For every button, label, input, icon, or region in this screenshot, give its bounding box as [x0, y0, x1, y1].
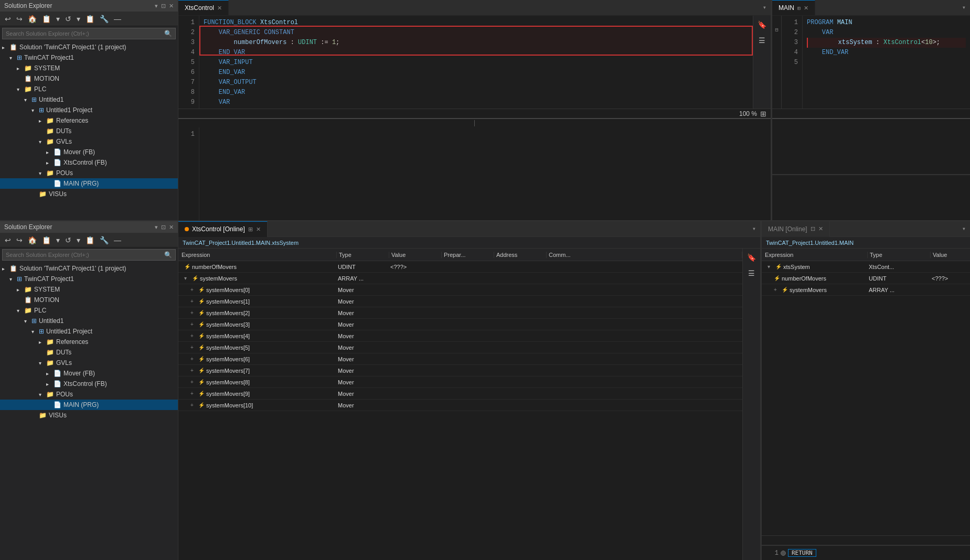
bottom-se-dock-btn[interactable]: ⊡ — [161, 224, 166, 231]
main-online-overflow[interactable]: ▾ — [958, 225, 970, 233]
dropdown-btn2[interactable]: ▾ — [75, 14, 82, 24]
bottom-tree-item-10[interactable]: ▸📄Mover (FB) — [0, 368, 178, 379]
top-se-pin-btn[interactable]: ▾ — [155, 3, 158, 9]
expand-btn[interactable]: + — [190, 379, 197, 385]
bottom-tree-item-5[interactable]: ▾⊞Untitled1 — [0, 316, 178, 326]
bottom-tree-item-6[interactable]: ▾⊞Untitled1 Project — [0, 326, 178, 337]
xts-watch-row-0[interactable]: ⚡ numberOfMoversUDINT<???> — [178, 261, 742, 273]
top-tree-item-9[interactable]: ▾📁GVLs — [0, 136, 178, 147]
xts-online-overflow[interactable]: ▾ — [748, 225, 760, 233]
xts-code-body[interactable]: FUNCTION_BLOCK XtsControl VAR_GENERIC CO… — [199, 16, 753, 109]
xts-watch-row-7[interactable]: +⚡ systemMovers[5]Mover — [178, 342, 742, 353]
expand-btn[interactable]: + — [190, 287, 197, 293]
main-online-pin[interactable]: ⊡ — [811, 225, 815, 232]
copy-btn[interactable]: 📋 — [40, 14, 52, 24]
top-tree-item-8[interactable]: 📁DUTs — [0, 126, 178, 136]
bottom-tree-item-14[interactable]: 📁VISUs — [0, 410, 178, 421]
bottom-tree-item-2[interactable]: ▸📁SYSTEM — [0, 284, 178, 295]
xts-watch-row-3[interactable]: +⚡ systemMovers[1]Mover — [178, 296, 742, 307]
b-copy-btn[interactable]: 📋 — [40, 235, 52, 245]
bottom-tree-item-8[interactable]: 📁DUTs — [0, 347, 178, 358]
xts-online-close[interactable]: ✕ — [256, 226, 261, 233]
main-online-close[interactable]: ✕ — [818, 225, 823, 232]
xts-watch-row-4[interactable]: +⚡ systemMovers[2]Mover — [178, 307, 742, 319]
expand-btn[interactable]: + — [190, 356, 197, 362]
top-tree-item-11[interactable]: ▸📄XtsControl (FB) — [0, 157, 178, 168]
main-code-editor[interactable]: ⊟ 12345 PROGRAM MAIN VAR xtsSystem : Xts… — [772, 16, 970, 109]
top-tree-item-4[interactable]: ▾📁PLC — [0, 84, 178, 94]
bottom-tree-item-11[interactable]: ▸📄XtsControl (FB) — [0, 379, 178, 389]
main-lower-editor[interactable] — [772, 127, 970, 220]
b-forward-btn[interactable]: ↪ — [15, 235, 24, 245]
zoom-fit-btn[interactable]: ⊞ — [760, 110, 766, 118]
settings-btn[interactable]: 🔧 — [98, 14, 110, 24]
xts-watch-row-11[interactable]: +⚡ systemMovers[9]Mover — [178, 388, 742, 400]
main-online-tab-inactive[interactable]: MAIN [Online] ⊡ ✕ — [762, 221, 830, 237]
refresh-btn[interactable]: ↺ — [63, 14, 73, 24]
bottom-tree-item-13[interactable]: 📄MAIN (PRG) — [0, 400, 178, 410]
expand-btn[interactable]: ▾ — [184, 275, 190, 281]
top-tree-item-14[interactable]: 📁VISUs — [0, 189, 178, 199]
b-copy2-btn[interactable]: 📋 — [84, 235, 96, 245]
xts-lower-body[interactable] — [199, 127, 771, 220]
top-se-search-bar[interactable]: 🔍 — [2, 28, 176, 39]
main-tab-close[interactable]: ✕ — [804, 5, 808, 12]
top-tree-item-10[interactable]: ▸📄Mover (FB) — [0, 147, 178, 157]
b-dropdown-btn1[interactable]: ▾ — [55, 235, 61, 245]
xts-watch-row-1[interactable]: ▾⚡ systemMoversARRAY ... — [178, 273, 742, 284]
bottom-tree-item-1[interactable]: ▾⊞TwinCAT Project1 — [0, 274, 178, 284]
expand-btn[interactable]: + — [190, 333, 197, 339]
main-code-body[interactable]: PROGRAM MAIN VAR xtsSystem : XtsControl<… — [803, 16, 970, 109]
xts-online-pin[interactable]: ⊞ — [248, 226, 253, 233]
top-se-dock-btn[interactable]: ⊡ — [161, 3, 166, 9]
xts-watch-row-2[interactable]: +⚡ systemMovers[0]Mover — [178, 284, 742, 296]
bottom-se-search-input[interactable] — [6, 252, 164, 258]
xts-control-tab[interactable]: XtsControl ✕ — [178, 0, 229, 15]
b-dropdown-btn2[interactable]: ▾ — [75, 235, 82, 245]
forward-btn[interactable]: ↪ — [15, 14, 24, 24]
xts-watch-row-8[interactable]: +⚡ systemMovers[6]Mover — [178, 353, 742, 365]
top-tree-item-7[interactable]: ▸📁References — [0, 115, 178, 126]
copy2-btn[interactable]: 📋 — [84, 14, 96, 24]
bottom-tree-item-0[interactable]: ▸📋Solution 'TwinCAT Project1' (1 project… — [0, 263, 178, 274]
xts-watch-row-5[interactable]: +⚡ systemMovers[3]Mover — [178, 319, 742, 330]
b-back-btn[interactable]: ↩ — [3, 235, 13, 245]
list-btn[interactable]: ☰ — [755, 34, 769, 47]
top-tree-item-1[interactable]: ▾⊞TwinCAT Project1 — [0, 52, 178, 63]
bottom-tree-item-3[interactable]: 📋MOTION — [0, 295, 178, 305]
top-tree-item-13[interactable]: 📄MAIN (PRG) — [0, 178, 178, 189]
bottom-se-search-bar[interactable]: 🔍 — [2, 249, 176, 261]
expand-btn[interactable]: + — [190, 310, 197, 316]
main-watch-scroll[interactable] — [762, 535, 970, 545]
bookmark-btn[interactable]: 🔖 — [755, 18, 769, 31]
bottom-tree-item-12[interactable]: ▾📁POUs — [0, 389, 178, 400]
home-btn[interactable]: 🏠 — [26, 14, 38, 24]
b-settings-btn[interactable]: 🔧 — [98, 235, 110, 245]
top-se-close-btn[interactable]: ✕ — [169, 3, 174, 9]
xts-watch-row-12[interactable]: +⚡ systemMovers[10]Mover — [178, 400, 742, 411]
expand-btn[interactable]: + — [190, 298, 197, 304]
top-tree-item-5[interactable]: ▾⊞Untitled1 — [0, 94, 178, 105]
top-tree-item-12[interactable]: ▾📁POUs — [0, 168, 178, 178]
main-watch-row-0[interactable]: ▾⚡ xtsSystemXtsCont... — [762, 261, 970, 273]
b-home-btn[interactable]: 🏠 — [26, 235, 38, 245]
return-btn[interactable]: RETURN — [788, 549, 816, 557]
xts-tool-bookmark[interactable]: 🔖 — [745, 251, 759, 264]
bottom-tree-item-7[interactable]: ▸📁References — [0, 337, 178, 347]
xts-watch-row-6[interactable]: +⚡ systemMovers[4]Mover — [178, 330, 742, 342]
back-btn[interactable]: ↩ — [3, 14, 13, 24]
bottom-se-close-btn[interactable]: ✕ — [169, 224, 174, 231]
top-tree-item-3[interactable]: 📋MOTION — [0, 73, 178, 84]
main-tab[interactable]: MAIN ⊞ ✕ — [772, 0, 815, 15]
main-tab-pin[interactable]: ⊞ — [797, 5, 801, 11]
expand-btn[interactable]: + — [190, 321, 197, 327]
xts-watch-row-9[interactable]: +⚡ systemMovers[7]Mover — [178, 365, 742, 376]
bottom-se-pin-btn[interactable]: ▾ — [155, 224, 158, 231]
top-tree-item-2[interactable]: ▸📁SYSTEM — [0, 63, 178, 73]
top-tree-item-6[interactable]: ▾⊞Untitled1 Project — [0, 105, 178, 115]
dropdown-btn1[interactable]: ▾ — [55, 14, 61, 24]
xts-online-tab[interactable]: XtsControl [Online] ⊞ ✕ — [178, 221, 268, 237]
xts-code-editor[interactable]: 12345 678910 1112 FUNCTION_BLOCK XtsCont… — [178, 16, 771, 109]
expand-btn[interactable]: + — [190, 402, 197, 408]
expand-btn[interactable]: ▾ — [768, 264, 774, 270]
